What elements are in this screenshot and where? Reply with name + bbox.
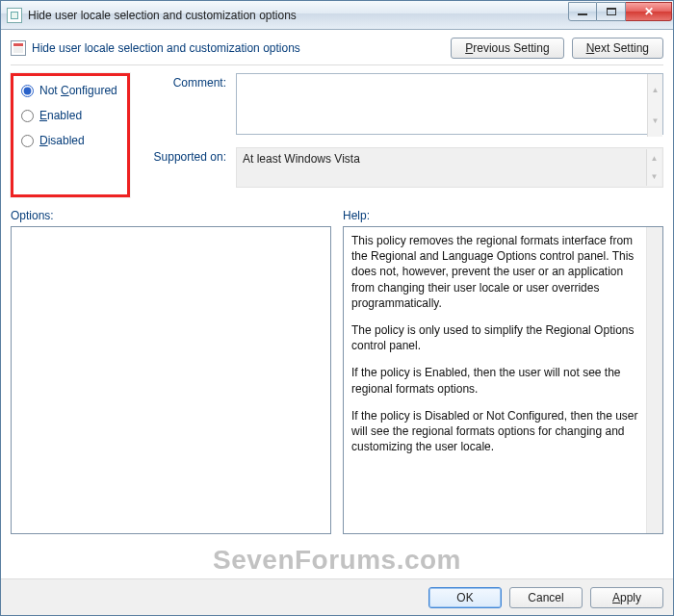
supported-on-label: Supported on: [149,147,236,188]
next-setting-button[interactable]: Next Setting [572,38,663,59]
state-radio-group: Not ConfiguredEnabledDisabled [11,73,130,197]
divider [11,64,663,65]
help-label: Help: [343,209,663,222]
state-radio-2[interactable]: Disabled [21,134,119,147]
help-paragraph: This policy removes the regional formats… [351,233,643,311]
close-icon: ✕ [644,5,654,18]
comment-scroll: ▲▼ [647,74,662,137]
state-radio-0[interactable]: Not Configured [21,84,119,97]
maximize-button[interactable] [597,2,626,21]
window-controls: ✕ [568,2,672,21]
policy-icon [11,40,26,56]
options-panel [11,226,331,534]
state-radio-label-0: Not Configured [39,84,117,97]
title-bar: Hide user locale selection and customiza… [1,1,673,30]
state-radio-input-0[interactable] [21,85,34,97]
window-title: Hide user locale selection and customiza… [28,9,568,22]
state-radio-label-1: Enabled [39,109,82,122]
comment-label: Comment: [149,73,236,138]
watermark: SevenForums.com [0,545,674,576]
ok-button[interactable]: OK [428,587,502,608]
supported-scroll: ▲▼ [646,149,661,186]
close-button[interactable]: ✕ [626,2,672,21]
help-paragraph: If the policy is Disabled or Not Configu… [351,408,643,455]
minimize-icon [578,13,587,15]
state-radio-label-2: Disabled [39,134,85,147]
policy-title: Hide user locale selection and customiza… [32,41,443,55]
cancel-button[interactable]: Cancel [509,587,583,608]
state-radio-input-2[interactable] [21,135,34,147]
help-paragraph: If the policy is Enabled, then the user … [351,365,643,396]
help-paragraph: The policy is only used to simplify the … [351,322,643,353]
minimize-button[interactable] [568,2,597,21]
supported-on-value: At least Windows Vista ▲▼ [236,147,663,188]
help-panel: This policy removes the regional formats… [343,226,663,534]
state-radio-1[interactable]: Enabled [21,109,119,122]
state-radio-input-1[interactable] [21,110,34,122]
dialog-button-bar: OK Cancel Apply [1,578,673,615]
help-scrollbar[interactable] [646,227,662,533]
header-row: Hide user locale selection and customiza… [11,38,663,59]
supported-on-text: At least Windows Vista [243,152,360,166]
maximize-icon [607,8,616,15]
options-label: Options: [11,209,331,222]
apply-button[interactable]: Apply [590,587,663,608]
app-icon [7,8,22,23]
previous-setting-button[interactable]: Previous Setting [451,38,563,59]
comment-textarea[interactable] [236,73,663,135]
